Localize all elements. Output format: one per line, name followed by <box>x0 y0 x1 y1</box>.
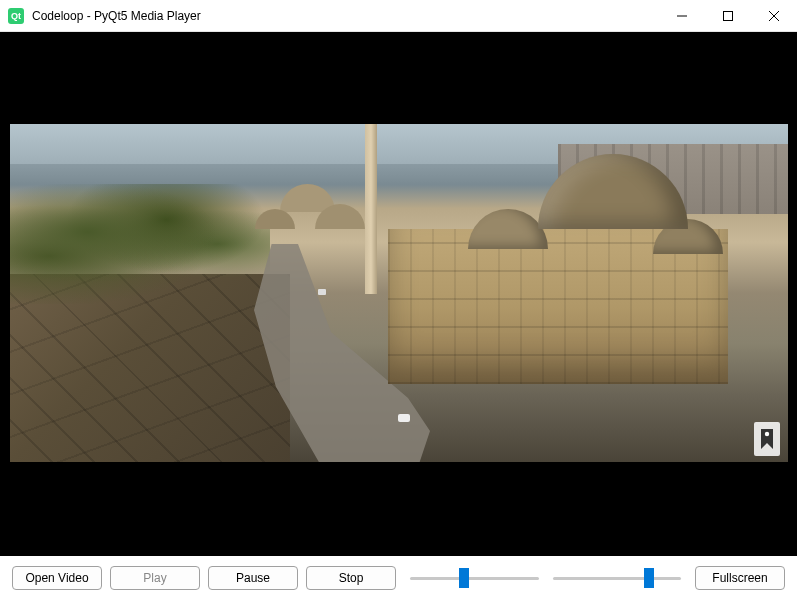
window-title: Codeloop - PyQt5 Media Player <box>32 9 659 23</box>
volume-slider-thumb[interactable] <box>644 568 654 588</box>
player-content: Open Video Play Pause Stop Fullscreen <box>0 32 797 600</box>
watermark-logo-icon <box>754 422 780 456</box>
titlebar[interactable]: Qt Codeloop - PyQt5 Media Player <box>0 0 797 32</box>
qt-icon-label: Qt <box>11 11 21 21</box>
position-slider-thumb[interactable] <box>459 568 469 588</box>
sliders-area <box>404 568 687 588</box>
minimize-icon <box>677 11 687 21</box>
svg-rect-0 <box>724 12 733 21</box>
stop-button[interactable]: Stop <box>306 566 396 590</box>
app-window: Qt Codeloop - PyQt5 Media Player <box>0 0 797 600</box>
video-frame <box>10 124 788 462</box>
video-viewport[interactable] <box>0 32 797 556</box>
fullscreen-button[interactable]: Fullscreen <box>695 566 785 590</box>
position-slider[interactable] <box>410 568 539 588</box>
window-controls <box>659 0 797 31</box>
pause-button[interactable]: Pause <box>208 566 298 590</box>
close-button[interactable] <box>751 0 797 32</box>
svg-point-1 <box>765 432 769 436</box>
close-icon <box>769 11 779 21</box>
control-bar: Open Video Play Pause Stop Fullscreen <box>0 556 797 600</box>
play-button[interactable]: Play <box>110 566 200 590</box>
volume-slider[interactable] <box>553 568 682 588</box>
qt-app-icon: Qt <box>8 8 24 24</box>
maximize-button[interactable] <box>705 0 751 32</box>
maximize-icon <box>723 11 733 21</box>
open-video-button[interactable]: Open Video <box>12 566 102 590</box>
minimize-button[interactable] <box>659 0 705 32</box>
